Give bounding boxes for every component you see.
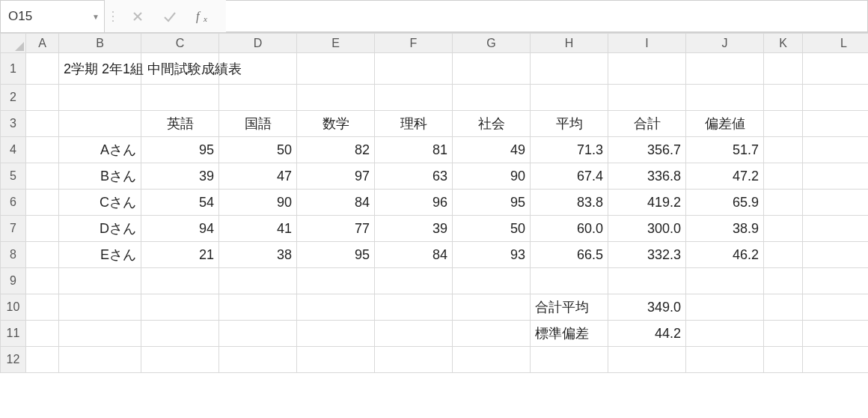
hdr-eng[interactable]: 英語 (141, 111, 219, 137)
row-10: 10 合計平均 349.0 (1, 294, 869, 321)
row-2: 2 (1, 85, 869, 111)
row-6: 6 Cさん 54 90 84 96 95 83.8 419.2 65.9 (1, 190, 869, 216)
cancel-icon[interactable] (129, 7, 147, 25)
cell-J1[interactable] (686, 53, 764, 85)
student-D-name[interactable]: Dさん (59, 216, 141, 242)
formula-bar: O15 ▼ f x (0, 0, 868, 33)
row-header-5[interactable]: 5 (1, 163, 26, 190)
hdr-soc[interactable]: 社会 (453, 111, 531, 137)
sheet-title[interactable]: 2学期 2年1組 中間試験成績表 (64, 60, 242, 78)
row-header-1[interactable]: 1 (1, 53, 26, 85)
hdr-jpn[interactable]: 国語 (219, 111, 297, 137)
row-1: 1 2学期 2年1組 中間試験成績表 (1, 53, 869, 85)
row-3: 3 英語 国語 数学 理科 社会 平均 合計 偏差値 (1, 111, 869, 137)
summary-stddev-label[interactable]: 標準偏差 (531, 321, 608, 347)
cell-A1[interactable] (26, 53, 59, 85)
student-B-name[interactable]: Bさん (59, 163, 141, 190)
cell-G1[interactable] (453, 53, 531, 85)
col-header-G[interactable]: G (453, 34, 531, 53)
enter-icon[interactable] (160, 7, 180, 25)
row-header-12[interactable]: 12 (1, 347, 26, 373)
col-header-H[interactable]: H (531, 34, 608, 53)
svg-point-2 (112, 20, 114, 22)
summary-total-avg-value[interactable]: 349.0 (608, 294, 686, 321)
formula-input[interactable] (233, 9, 860, 24)
row-9: 9 (1, 268, 869, 294)
col-header-A[interactable]: A (26, 34, 59, 53)
hdr-sci[interactable]: 理科 (375, 111, 453, 137)
row-header-2[interactable]: 2 (1, 85, 26, 111)
row-header-6[interactable]: 6 (1, 190, 26, 216)
col-header-D[interactable]: D (219, 34, 297, 53)
svg-point-1 (112, 16, 114, 17)
svg-point-0 (112, 11, 114, 13)
row-header-7[interactable]: 7 (1, 216, 26, 242)
formula-input-wrap (226, 0, 868, 32)
hdr-dev[interactable]: 偏差値 (686, 111, 764, 137)
column-header-row: A B C D E F G H I J K L (1, 34, 869, 53)
row-header-11[interactable]: 11 (1, 321, 26, 347)
col-header-J[interactable]: J (686, 34, 764, 53)
col-header-B[interactable]: B (59, 34, 141, 53)
row-4: 4 Aさん 95 50 82 81 49 71.3 356.7 51.7 (1, 137, 869, 163)
row-header-4[interactable]: 4 (1, 137, 26, 163)
row-5: 5 Bさん 39 47 97 63 90 67.4 336.8 47.2 (1, 163, 869, 190)
cell-F1[interactable] (375, 53, 453, 85)
app-window: O15 ▼ f x (0, 0, 868, 418)
row-header-8[interactable]: 8 (1, 242, 26, 268)
hdr-sum[interactable]: 合計 (608, 111, 686, 137)
cell-E1[interactable] (297, 53, 375, 85)
student-E-name[interactable]: Eさん (59, 242, 141, 268)
summary-stddev-value[interactable]: 44.2 (608, 321, 686, 347)
divider (105, 0, 121, 32)
col-header-K[interactable]: K (764, 34, 803, 53)
col-header-E[interactable]: E (297, 34, 375, 53)
spreadsheet-grid[interactable]: A B C D E F G H I J K L 1 (0, 33, 868, 418)
name-box-value: O15 (8, 9, 32, 24)
formula-bar-buttons: f x (121, 0, 226, 32)
col-header-C[interactable]: C (141, 34, 219, 53)
cell-H1[interactable] (531, 53, 608, 85)
cell-K1[interactable] (764, 53, 803, 85)
col-header-L[interactable]: L (803, 34, 869, 53)
row-7: 7 Dさん 94 41 77 39 50 60.0 300.0 38.9 (1, 216, 869, 242)
cell-L1[interactable] (803, 53, 869, 85)
hdr-avg[interactable]: 平均 (531, 111, 608, 137)
col-header-F[interactable]: F (375, 34, 453, 53)
fx-icon[interactable]: f x (193, 6, 218, 27)
hdr-math[interactable]: 数学 (297, 111, 375, 137)
row-11: 11 標準偏差 44.2 (1, 321, 869, 347)
chevron-down-icon[interactable]: ▼ (92, 13, 100, 21)
name-box[interactable]: O15 ▼ (0, 0, 105, 33)
student-A-name[interactable]: Aさん (59, 137, 141, 163)
summary-total-avg-label[interactable]: 合計平均 (531, 294, 608, 321)
svg-text:x: x (203, 14, 207, 23)
cell-I1[interactable] (608, 53, 686, 85)
svg-text:f: f (196, 10, 201, 23)
col-header-I[interactable]: I (608, 34, 686, 53)
row-12: 12 (1, 347, 869, 373)
select-all-corner[interactable] (1, 34, 26, 53)
row-8: 8 Eさん 21 38 95 84 93 66.5 332.3 46.2 (1, 242, 869, 268)
row-header-10[interactable]: 10 (1, 294, 26, 321)
row-header-3[interactable]: 3 (1, 111, 26, 137)
row-header-9[interactable]: 9 (1, 268, 26, 294)
student-C-name[interactable]: Cさん (59, 190, 141, 216)
